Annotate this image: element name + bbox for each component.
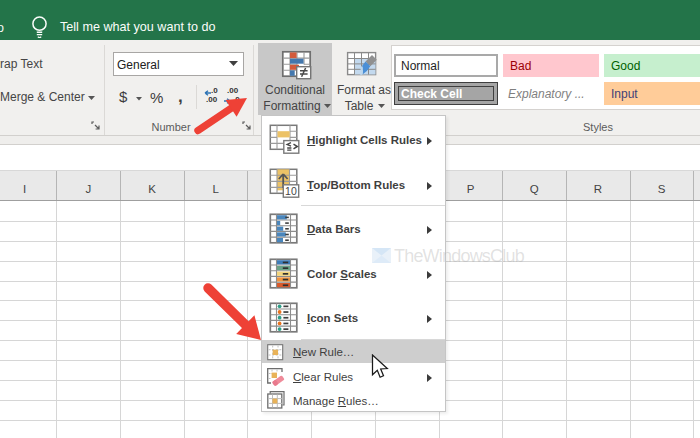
svg-text:10: 10 (285, 185, 297, 197)
